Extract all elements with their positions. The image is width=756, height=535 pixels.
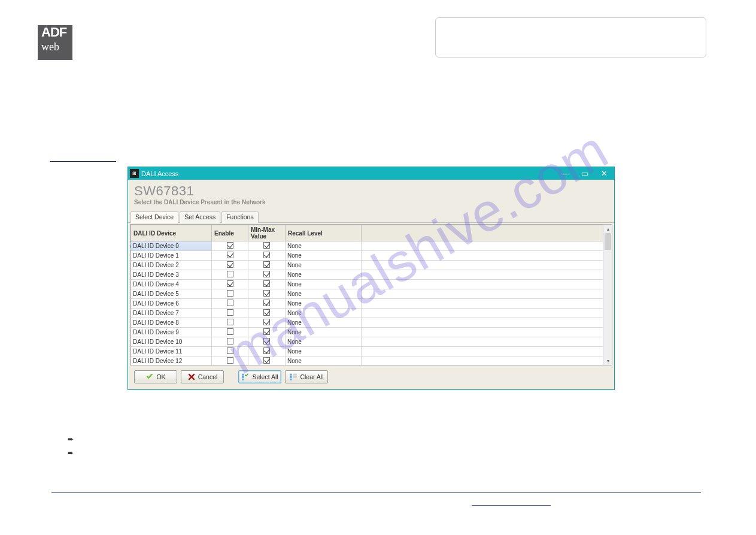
recall-cell[interactable]: None: [286, 347, 362, 356]
table-row[interactable]: DALI ID Device 3None: [131, 270, 612, 280]
device-name-cell[interactable]: DALI ID Device 12: [131, 356, 212, 365]
minmax-checkbox[interactable]: [263, 290, 270, 297]
enable-checkbox[interactable]: [227, 242, 233, 249]
enable-cell[interactable]: [212, 280, 248, 289]
minmax-checkbox[interactable]: [263, 319, 270, 325]
enable-cell[interactable]: [212, 299, 248, 309]
table-row[interactable]: DALI ID Device 6None: [131, 299, 612, 309]
minmax-cell[interactable]: [248, 270, 286, 280]
minmax-cell[interactable]: [248, 299, 286, 309]
minmax-cell[interactable]: [248, 261, 286, 270]
recall-cell[interactable]: None: [286, 251, 362, 261]
titlebar[interactable]: ⊞ DALI Access — ▭ ✕: [128, 167, 614, 180]
table-row[interactable]: DALI ID Device 11None: [131, 347, 612, 356]
table-row[interactable]: DALI ID Device 12None: [131, 356, 612, 365]
minmax-checkbox[interactable]: [263, 271, 270, 277]
device-name-cell[interactable]: DALI ID Device 0: [131, 241, 212, 251]
minmax-cell[interactable]: [248, 280, 286, 289]
minmax-checkbox[interactable]: [263, 338, 270, 344]
device-name-cell[interactable]: DALI ID Device 9: [131, 328, 212, 337]
table-row[interactable]: DALI ID Device 7None: [131, 309, 612, 318]
enable-checkbox[interactable]: [227, 280, 233, 287]
enable-cell[interactable]: [212, 241, 248, 251]
table-row[interactable]: DALI ID Device 5None: [131, 289, 612, 299]
minmax-cell[interactable]: [248, 328, 286, 337]
device-name-cell[interactable]: DALI ID Device 10: [131, 337, 212, 347]
device-name-cell[interactable]: DALI ID Device 4: [131, 280, 212, 289]
table-row[interactable]: DALI ID Device 1None: [131, 251, 612, 261]
recall-cell[interactable]: None: [286, 261, 362, 270]
enable-checkbox[interactable]: [227, 271, 233, 277]
enable-checkbox[interactable]: [227, 319, 233, 325]
tab-select-device[interactable]: Select Device: [130, 211, 178, 223]
minmax-checkbox[interactable]: [263, 252, 270, 258]
recall-cell[interactable]: None: [286, 318, 362, 328]
recall-cell[interactable]: None: [286, 289, 362, 299]
table-row[interactable]: DALI ID Device 9None: [131, 328, 612, 337]
enable-checkbox[interactable]: [227, 338, 233, 344]
recall-cell[interactable]: None: [286, 356, 362, 365]
device-name-cell[interactable]: DALI ID Device 6: [131, 299, 212, 309]
vertical-scrollbar[interactable]: ▴ ▾: [603, 225, 612, 365]
table-row[interactable]: DALI ID Device 0None: [131, 241, 612, 251]
minimize-button[interactable]: —: [555, 167, 575, 180]
minmax-cell[interactable]: [248, 356, 286, 365]
enable-checkbox[interactable]: [227, 261, 233, 268]
enable-checkbox[interactable]: [227, 328, 233, 335]
col-id-device[interactable]: DALI ID Device: [131, 225, 212, 241]
device-name-cell[interactable]: DALI ID Device 1: [131, 251, 212, 261]
recall-cell[interactable]: None: [286, 270, 362, 280]
minmax-checkbox[interactable]: [263, 300, 270, 306]
enable-cell[interactable]: [212, 309, 248, 318]
minmax-cell[interactable]: [248, 318, 286, 328]
device-name-cell[interactable]: DALI ID Device 5: [131, 289, 212, 299]
enable-cell[interactable]: [212, 270, 248, 280]
tab-functions[interactable]: Functions: [221, 211, 259, 223]
col-enable[interactable]: Enable: [212, 225, 248, 241]
recall-cell[interactable]: None: [286, 328, 362, 337]
minmax-checkbox[interactable]: [263, 357, 270, 364]
minmax-checkbox[interactable]: [263, 242, 270, 249]
enable-checkbox[interactable]: [227, 309, 233, 316]
scroll-down-icon[interactable]: ▾: [603, 356, 612, 365]
minmax-cell[interactable]: [248, 289, 286, 299]
minmax-cell[interactable]: [248, 251, 286, 261]
enable-cell[interactable]: [212, 289, 248, 299]
enable-checkbox[interactable]: [227, 252, 233, 258]
cancel-button[interactable]: Cancel: [181, 370, 224, 383]
minmax-cell[interactable]: [248, 309, 286, 318]
ok-button[interactable]: OK: [134, 370, 177, 383]
minmax-cell[interactable]: [248, 347, 286, 356]
table-row[interactable]: DALI ID Device 8None: [131, 318, 612, 328]
minmax-cell[interactable]: [248, 337, 286, 347]
recall-cell[interactable]: None: [286, 337, 362, 347]
recall-cell[interactable]: None: [286, 241, 362, 251]
enable-cell[interactable]: [212, 251, 248, 261]
minmax-checkbox[interactable]: [263, 347, 270, 354]
minmax-checkbox[interactable]: [263, 280, 270, 287]
enable-cell[interactable]: [212, 261, 248, 270]
recall-cell[interactable]: None: [286, 280, 362, 289]
enable-checkbox[interactable]: [227, 347, 233, 354]
minmax-cell[interactable]: [248, 241, 286, 251]
table-row[interactable]: DALI ID Device 2None: [131, 261, 612, 270]
minmax-checkbox[interactable]: [263, 309, 270, 316]
table-row[interactable]: DALI ID Device 10None: [131, 337, 612, 347]
maximize-button[interactable]: ▭: [575, 167, 594, 180]
scroll-thumb[interactable]: [605, 233, 611, 250]
recall-cell[interactable]: None: [286, 299, 362, 309]
clear-all-button[interactable]: Clear All: [285, 370, 328, 383]
enable-cell[interactable]: [212, 318, 248, 328]
recall-cell[interactable]: None: [286, 309, 362, 318]
enable-cell[interactable]: [212, 328, 248, 337]
minmax-checkbox[interactable]: [263, 261, 270, 268]
close-button[interactable]: ✕: [594, 167, 614, 180]
col-minmax[interactable]: Min-Max Value: [248, 225, 286, 241]
table-row[interactable]: DALI ID Device 4None: [131, 280, 612, 289]
minmax-checkbox[interactable]: [263, 328, 270, 335]
device-name-cell[interactable]: DALI ID Device 8: [131, 318, 212, 328]
enable-cell[interactable]: [212, 356, 248, 365]
tab-set-access[interactable]: Set Access: [180, 211, 220, 223]
device-name-cell[interactable]: DALI ID Device 2: [131, 261, 212, 270]
enable-checkbox[interactable]: [227, 290, 233, 297]
